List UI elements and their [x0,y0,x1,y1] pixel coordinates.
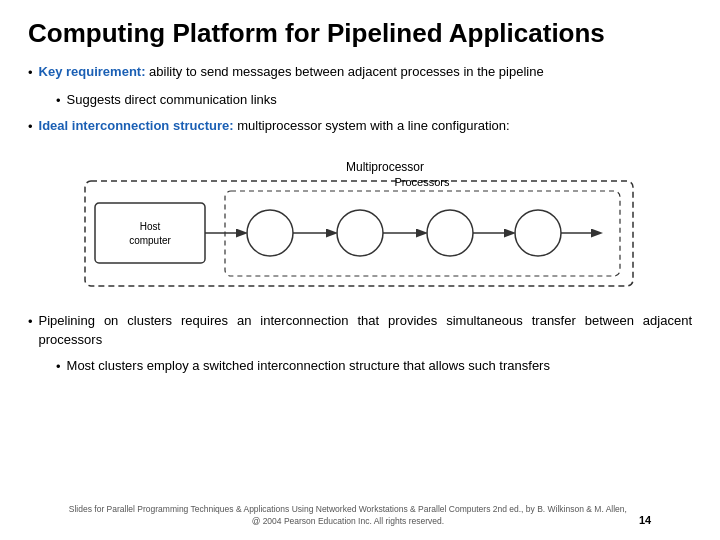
bullet-1-body: ability to send messages between adjacen… [149,64,544,79]
diagram-svg: Multiprocessor Processors Host computer [80,153,640,298]
bullet-dot-2: • [28,118,33,137]
bullet-2: • Ideal interconnection structure: multi… [28,117,692,137]
svg-text:Processors: Processors [394,176,450,188]
bullet-2-body: multiprocessor system with a line config… [237,118,509,133]
footer-text: Slides for Parallel Programming Techniqu… [69,504,627,528]
svg-rect-4 [95,203,205,263]
svg-text:Host: Host [140,221,161,232]
bullet-dot-1: • [28,64,33,83]
content-area: • Key requirement: ability to send messa… [28,63,692,500]
bottom-sub-dot-1: • [56,358,61,377]
bottom-sub-1: • Most clusters employ a switched interc… [56,357,692,377]
svg-point-10 [337,210,383,256]
sub-bullet-1-text: Suggests direct communication links [67,91,277,110]
bottom-bullet-1: • Pipelining on clusters requires an int… [28,312,692,350]
footer-line2: @ 2004 Pearson Education Inc. All rights… [69,516,627,528]
key-requirement-label: Key requirement: [39,64,146,79]
sub-bullet-1: • Suggests direct communication links [56,91,692,111]
svg-point-12 [427,210,473,256]
bottom-sub-1-text: Most clusters employ a switched intercon… [67,357,550,376]
bottom-dot-1: • [28,313,33,332]
footer-row: Slides for Parallel Programming Techniqu… [28,504,692,528]
ideal-label: Ideal interconnection structure: [39,118,234,133]
bullet-2-text: Ideal interconnection structure: multipr… [39,117,510,136]
svg-point-8 [247,210,293,256]
page-number: 14 [639,513,651,528]
bottom-bullet-1-text: Pipelining on clusters requires an inter… [39,312,692,350]
svg-point-14 [515,210,561,256]
diagram-area: Multiprocessor Processors Host computer [28,153,692,298]
slide: Computing Platform for Pipelined Applica… [0,0,720,540]
svg-text:computer: computer [129,235,171,246]
slide-title: Computing Platform for Pipelined Applica… [28,18,692,49]
footer-line1: Slides for Parallel Programming Techniqu… [69,504,627,516]
sub-dot-1: • [56,92,61,111]
footer: Slides for Parallel Programming Techniqu… [28,500,692,528]
svg-text:Multiprocessor: Multiprocessor [346,160,424,174]
bullet-1: • Key requirement: ability to send messa… [28,63,692,83]
bullet-1-text: Key requirement: ability to send message… [39,63,544,82]
svg-rect-0 [85,181,633,286]
